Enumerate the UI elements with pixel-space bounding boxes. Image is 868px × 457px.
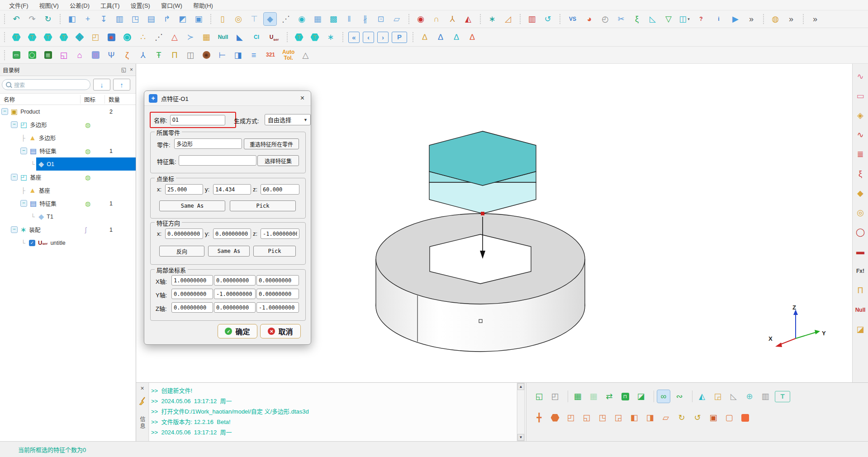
lcs-y2-input[interactable] [256,289,299,299]
rotate-cw-icon[interactable]: ↻ [675,411,688,424]
more-1-icon[interactable]: » [745,13,758,25]
column-name[interactable]: 名称 [0,95,81,104]
feature-point-marker[interactable] [481,212,484,215]
pin-slot-icon[interactable]: ∦ [359,13,371,25]
py-input[interactable] [213,184,251,195]
car-door-icon[interactable]: ◱ [57,49,70,62]
direction-same-as-button[interactable]: Same As [208,246,250,257]
hex-block-icon[interactable] [549,411,561,424]
name-input[interactable] [170,115,225,125]
lcs-x0-input[interactable] [171,275,213,286]
box-measure-6-icon[interactable]: ◨ [644,411,656,424]
protractor-icon[interactable]: ◿ [502,13,514,25]
dx-input[interactable] [165,228,203,239]
rivet-2-icon[interactable]: ⊤ [26,31,38,43]
point-same-as-button[interactable]: Same As [159,200,225,211]
tree-row-product[interactable]: −▣Product2 [0,105,136,118]
grid-views-filled-icon[interactable]: ▦ [571,390,584,403]
viewport-add-icon[interactable]: ◱ [533,390,545,403]
tree-expander-icon[interactable]: − [11,121,18,128]
branch-tube-icon[interactable]: Ψ [105,49,118,62]
cylinder-feature-icon[interactable]: ▯ [216,13,229,25]
redo-icon[interactable]: ↷ [26,13,38,25]
toolbar-grip[interactable] [4,50,7,60]
clear-log-broom-icon[interactable] [138,396,147,405]
nav-last-icon[interactable]: P [392,32,407,43]
toolbar-grip[interactable] [4,32,7,42]
box-solid-icon[interactable]: ▣ [707,411,720,424]
gold-ring-icon[interactable]: ◍ [769,13,782,25]
toolbar-grip[interactable] [408,14,411,24]
mesh-cube-icon[interactable]: ▦ [200,31,213,43]
axis-triad-tool-icon[interactable]: ⅄ [446,13,459,25]
menu-help[interactable]: 帮助(H) [188,0,218,10]
cone-angle-icon[interactable]: ◭ [462,13,474,25]
ok-button[interactable]: ✓ 确定 [218,324,257,338]
toolbar-grip[interactable] [480,14,483,24]
capsule-red-icon[interactable]: ▬ [854,245,867,258]
rivet-4-icon[interactable]: ⊤ [57,31,70,43]
nav-next-icon[interactable]: › [377,32,389,43]
lcs-z0-input[interactable] [171,302,213,313]
measure-box-icon[interactable]: ◲ [711,390,724,403]
car-body-icon[interactable]: ⌂ [73,49,86,62]
box-measure-1-icon[interactable]: ◰ [564,411,577,424]
import-data-icon[interactable]: ↧ [97,13,110,25]
panel-gap-icon[interactable]: ◨ [232,49,244,62]
panel-float-icon[interactable]: ◱ [121,67,126,73]
gauge-doc-icon[interactable]: ◴ [599,13,612,25]
tree-row-base-part[interactable]: −◰基座◍ [0,171,136,184]
tree-row-polygon-geom[interactable]: ├▲多边形 [0,131,136,144]
tree-expander-icon[interactable]: − [20,200,27,207]
rivet-3-icon[interactable]: ⊤ [42,31,54,43]
new-report-icon[interactable]: + [81,13,94,25]
tree-row-O1[interactable]: └◆O1 [0,157,136,171]
more-2-icon[interactable]: » [785,13,797,25]
dialog-close-button[interactable]: × [299,94,306,102]
prism-view-icon[interactable]: △ [299,49,312,62]
visibility-checkbox[interactable]: ✓ [29,240,35,246]
motor-drum-icon[interactable]: ◉ [200,49,213,62]
mesh-surface-icon[interactable]: ▩ [327,13,340,25]
tree-row-assembly[interactable]: −∗装配ʃ1 [0,223,136,236]
word-ppt-icon[interactable]: ▣ [192,13,205,25]
tree-expander-icon[interactable]: − [1,108,8,115]
nav-first-icon[interactable]: « [348,32,360,43]
balance-3-icon[interactable]: ∆ [450,31,463,43]
orbit-opt-icon[interactable]: ↺ [541,13,554,25]
cube-solid-icon[interactable] [739,411,751,424]
spring-feature-icon[interactable]: ξ [631,13,643,25]
phone-shell-icon[interactable]: ◫ [184,49,197,62]
linkage-icon[interactable]: Ŧ [152,49,165,62]
stack-layers-icon[interactable]: ≣ [854,148,867,161]
menu-view[interactable]: 视图(V) [34,0,64,10]
ring-feature-icon[interactable]: ◎ [232,13,245,25]
pipe-tee-icon[interactable]: ⊢ [216,49,228,62]
rivet-1-icon[interactable]: ⊤ [10,31,23,43]
search-next-button[interactable]: ↓ [93,79,110,90]
cube-group-icon[interactable]: ◰ [89,31,102,43]
trapezoid-face-icon[interactable]: ▱ [390,13,403,25]
open-model-icon[interactable]: ◧ [66,13,78,25]
hex-prism-solid[interactable] [429,131,536,214]
selection-dot[interactable] [479,319,482,323]
menu-settings[interactable]: 设置(S) [125,0,156,10]
search-prev-button[interactable]: ↑ [113,79,130,90]
heatmap-shield-icon[interactable]: ◉ [105,31,118,43]
null-red-icon[interactable]: Null [853,304,868,316]
box-measure-4-icon[interactable]: ◲ [612,411,625,424]
plane-grid-icon[interactable]: ▦ [311,13,324,25]
wafer-icon[interactable]: ◯ [26,49,38,62]
compare-report-icon[interactable]: VS [565,13,580,25]
menu-tolerance[interactable]: 公差(D) [64,0,95,10]
mirror-tool-icon[interactable]: ◫▾ [678,13,691,25]
user-feature-icon[interactable]: User [267,31,281,43]
scroll-up-icon[interactable]: ▲ [517,383,524,390]
triangle-points-icon[interactable]: △ [168,31,181,43]
target-point-icon[interactable]: ◎ [854,206,867,219]
dz-input[interactable] [261,228,299,239]
play-run-icon[interactable]: ▶ [729,13,742,25]
point-line-2-icon[interactable]: ⋰ [152,31,165,43]
column-count[interactable]: 数量 [105,95,120,104]
dome-feature-icon[interactable]: ∩ [430,13,443,25]
